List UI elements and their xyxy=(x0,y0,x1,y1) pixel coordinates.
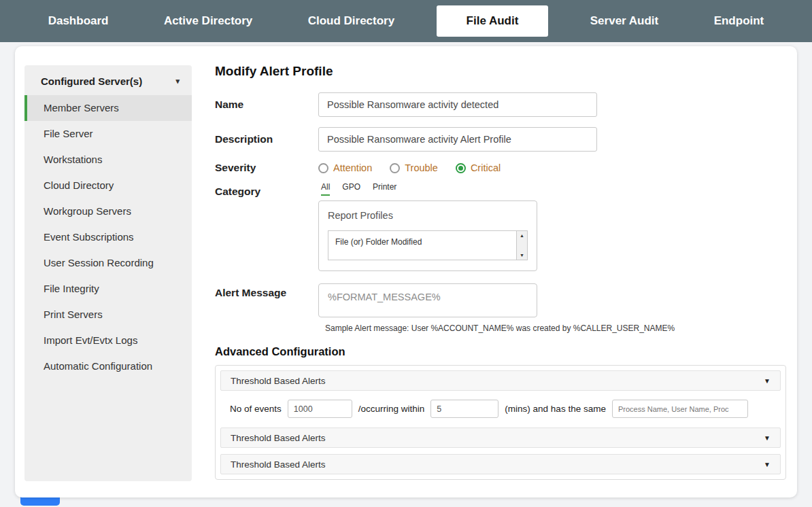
radio-icon xyxy=(318,163,328,173)
name-row: Name xyxy=(215,92,786,117)
description-label: Description xyxy=(215,133,318,145)
main-card: Configured Server(s) ▾ Member Servers Fi… xyxy=(15,46,797,497)
alert-message-row: Alert Message %FORMAT_MESSAGE% Sample Al… xyxy=(215,283,786,333)
sidebar-item-workgroup-servers[interactable]: Workgroup Servers xyxy=(24,198,192,224)
no-of-events-input[interactable] xyxy=(288,400,352,418)
category-label: Category xyxy=(215,182,318,198)
occurring-within-label: /occurring within xyxy=(358,404,425,414)
category-block: All GPO Printer Report Profiles File (or… xyxy=(318,182,537,271)
sidebar-item-member-servers[interactable]: Member Servers xyxy=(24,95,192,121)
chevron-down-icon: ▼ xyxy=(764,434,771,442)
severity-radio-trouble[interactable]: Trouble xyxy=(390,162,438,173)
alert-message-label: Alert Message xyxy=(215,283,318,299)
threshold-accordion-1-header[interactable]: Threshold Based Alerts ▼ xyxy=(220,370,781,391)
sidebar-item-workstations[interactable]: Workstations xyxy=(24,147,192,173)
sidebar-item-print-servers[interactable]: Print Servers xyxy=(24,302,192,328)
alert-message-input[interactable]: %FORMAT_MESSAGE% xyxy=(318,283,537,317)
advanced-configuration-panel: Threshold Based Alerts ▼ No of events /o… xyxy=(215,365,786,480)
name-input[interactable] xyxy=(318,92,597,117)
category-tab-printer[interactable]: Printer xyxy=(373,182,396,196)
tab-file-audit[interactable]: File Audit xyxy=(437,5,549,37)
mins-and-same-label: (mins) and has the same xyxy=(505,404,606,414)
threshold-accordion-1-content: No of events /occurring within (mins) an… xyxy=(220,391,781,427)
occurring-within-input[interactable] xyxy=(430,400,498,418)
sidebar-item-file-integrity[interactable]: File Integrity xyxy=(24,276,192,302)
tab-server-audit[interactable]: Server Audit xyxy=(577,6,672,36)
severity-radio-group: Attention Trouble Critical xyxy=(318,162,501,173)
severity-option-label: Trouble xyxy=(405,162,438,173)
severity-row: Severity Attention Trouble Critical xyxy=(215,162,786,174)
sidebar-item-event-subscriptions[interactable]: Event Subscriptions xyxy=(24,224,192,250)
sidebar-item-import-evt-evtx-logs[interactable]: Import Evt/Evtx Logs xyxy=(24,328,192,353)
listbox-scrollbar[interactable]: ▲ ▼ xyxy=(516,231,527,260)
tab-endpoint[interactable]: Endpoint xyxy=(700,6,778,36)
threshold-accordion-2-header[interactable]: Threshold Based Alerts ▼ xyxy=(220,427,781,448)
chevron-down-icon: ▾ xyxy=(175,77,180,86)
radio-icon xyxy=(390,163,400,173)
chevron-down-icon: ▼ xyxy=(764,461,771,468)
category-tabs: All GPO Printer xyxy=(318,182,537,196)
description-row: Description xyxy=(215,127,786,152)
same-fields-input[interactable] xyxy=(612,400,748,418)
tab-cloud-directory[interactable]: Cloud Directory xyxy=(294,6,409,36)
top-nav: Dashboard Active Directory Cloud Directo… xyxy=(0,0,812,42)
list-item[interactable]: File (or) Folder Modified xyxy=(328,231,516,260)
category-tab-all[interactable]: All xyxy=(321,182,330,196)
threshold-accordion-3-header[interactable]: Threshold Based Alerts ▼ xyxy=(220,454,781,474)
sidebar-item-automatic-configuration[interactable]: Automatic Configuration xyxy=(24,353,192,379)
alert-profile-form: Modify Alert Profile Name Description Se… xyxy=(215,64,786,480)
severity-label: Severity xyxy=(215,162,318,174)
sidebar-header-configured-servers[interactable]: Configured Server(s) ▾ xyxy=(24,65,192,95)
sidebar-header-label: Configured Server(s) xyxy=(41,75,142,87)
sidebar-item-user-session-recording[interactable]: User Session Recording xyxy=(24,250,192,276)
chevron-down-icon: ▼ xyxy=(764,377,771,385)
tab-dashboard[interactable]: Dashboard xyxy=(35,6,122,36)
scroll-down-icon[interactable]: ▼ xyxy=(520,253,524,258)
sidebar-item-file-server[interactable]: File Server xyxy=(24,121,192,147)
page-title: Modify Alert Profile xyxy=(215,64,786,79)
accordion-header-label: Threshold Based Alerts xyxy=(231,376,326,386)
sidebar-item-cloud-directory[interactable]: Cloud Directory xyxy=(24,173,192,198)
accordion-header-label: Threshold Based Alerts xyxy=(231,459,326,470)
severity-option-label: Critical xyxy=(471,162,501,173)
name-label: Name xyxy=(215,99,318,111)
no-of-events-label: No of events xyxy=(230,404,282,414)
description-input[interactable] xyxy=(318,127,597,152)
alert-message-block: %FORMAT_MESSAGE% Sample Alert message: U… xyxy=(318,283,675,333)
category-tab-gpo[interactable]: GPO xyxy=(342,182,360,196)
tab-active-directory[interactable]: Active Directory xyxy=(150,6,266,36)
radio-checked-icon xyxy=(456,163,466,173)
report-profiles-box: Report Profiles File (or) Folder Modifie… xyxy=(318,200,537,271)
severity-option-label: Attention xyxy=(333,162,372,173)
sample-alert-message-text: Sample Alert message: User %ACCOUNT_NAME… xyxy=(325,324,675,333)
category-row: Category All GPO Printer Report Profiles… xyxy=(215,182,786,271)
sidebar: Configured Server(s) ▾ Member Servers Fi… xyxy=(24,65,192,481)
accordion-header-label: Threshold Based Alerts xyxy=(231,433,326,443)
advanced-configuration-title: Advanced Configuration xyxy=(215,345,786,358)
report-profiles-listbox: File (or) Folder Modified ▲ ▼ xyxy=(328,230,528,260)
report-profiles-title: Report Profiles xyxy=(328,210,528,221)
severity-radio-critical[interactable]: Critical xyxy=(456,162,501,173)
severity-radio-attention[interactable]: Attention xyxy=(318,162,372,173)
scroll-up-icon[interactable]: ▲ xyxy=(520,233,524,238)
